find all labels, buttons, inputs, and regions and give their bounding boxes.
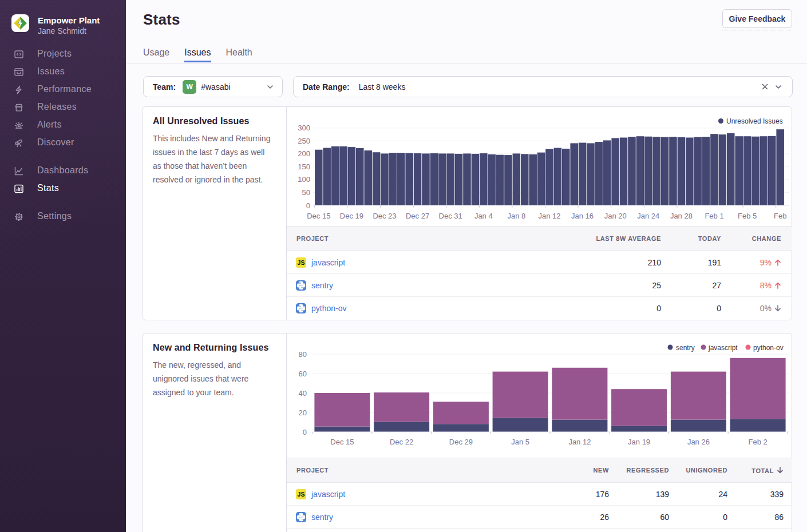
svg-text:Feb 2: Feb 2 xyxy=(748,438,767,446)
svg-text:250: 250 xyxy=(298,137,310,145)
svg-text:Dec 19: Dec 19 xyxy=(340,212,363,220)
svg-text:0: 0 xyxy=(306,201,310,210)
svg-text:Unresolved Issues: Unresolved Issues xyxy=(726,117,783,125)
svg-text:Jan 5: Jan 5 xyxy=(511,438,529,446)
svg-text:Jan 4: Jan 4 xyxy=(474,212,493,220)
svg-text:Jan 20: Jan 20 xyxy=(604,212,627,220)
svg-text:Feb 5: Feb 5 xyxy=(738,212,757,220)
svg-text:40: 40 xyxy=(299,389,307,398)
svg-text:0: 0 xyxy=(303,428,307,436)
svg-text:JS: JS xyxy=(298,259,305,266)
svg-text:Jan 12: Jan 12 xyxy=(538,212,560,220)
svg-text:Dec 23: Dec 23 xyxy=(373,212,396,220)
svg-text:Jan 16: Jan 16 xyxy=(571,212,594,220)
svg-text:80: 80 xyxy=(299,350,307,359)
svg-text:200: 200 xyxy=(298,149,310,158)
svg-text:100: 100 xyxy=(298,175,310,184)
svg-text:150: 150 xyxy=(298,162,310,171)
svg-text:Feb: Feb xyxy=(774,212,786,220)
svg-text:Feb 1: Feb 1 xyxy=(705,212,723,220)
svg-text:300: 300 xyxy=(298,124,310,132)
svg-text:Dec 15: Dec 15 xyxy=(330,438,354,446)
svg-text:50: 50 xyxy=(302,188,310,197)
svg-text:Jan 26: Jan 26 xyxy=(687,438,710,446)
svg-text:Dec 22: Dec 22 xyxy=(390,438,413,446)
svg-text:Jan 12: Jan 12 xyxy=(568,438,591,446)
svg-text:Jan 19: Jan 19 xyxy=(628,438,650,446)
svg-text:javascript: javascript xyxy=(708,344,738,352)
svg-text:Dec 29: Dec 29 xyxy=(449,438,473,446)
svg-text:JS: JS xyxy=(298,491,305,498)
svg-text:60: 60 xyxy=(299,370,307,378)
svg-text:python-ov: python-ov xyxy=(753,344,784,352)
svg-text:Dec 15: Dec 15 xyxy=(307,212,330,220)
svg-text:sentry: sentry xyxy=(676,344,695,352)
svg-text:Jan 24: Jan 24 xyxy=(637,212,659,220)
svg-text:Jan 8: Jan 8 xyxy=(507,212,525,220)
svg-text:Dec 27: Dec 27 xyxy=(406,212,429,220)
svg-text:Dec 31: Dec 31 xyxy=(439,212,462,220)
svg-text:20: 20 xyxy=(299,408,307,417)
svg-text:Jan 28: Jan 28 xyxy=(670,212,693,220)
